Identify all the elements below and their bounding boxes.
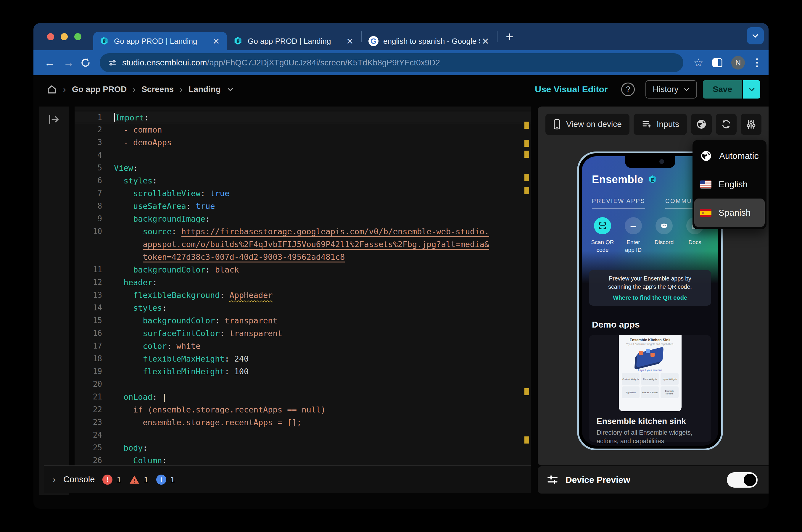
tab-close-icon[interactable]: ✕ [480, 36, 491, 46]
tab-preview-apps[interactable]: PREVIEW APPS [592, 198, 645, 209]
discord-icon[interactable] [655, 217, 673, 234]
code-row[interactable]: 16 surfaceTintColor: transparent [75, 327, 531, 340]
camera-dot [660, 159, 664, 164]
use-visual-editor-link[interactable]: Use Visual Editor [535, 84, 608, 94]
code-row[interactable]: 9 backgroundImage: [75, 212, 531, 225]
discord-action[interactable]: Discord [649, 217, 680, 253]
code-row[interactable]: 18 flexibleMaxHeight: 240 [75, 353, 531, 365]
window-controls[interactable] [34, 23, 93, 50]
scan-qr-action[interactable]: Scan QRcode [587, 217, 618, 253]
new-tab-button[interactable]: + [498, 29, 521, 44]
line-number: 17 [75, 340, 102, 353]
close-window-button[interactable] [47, 33, 54, 40]
tab-close-icon[interactable]: ✕ [344, 36, 356, 46]
code-row[interactable]: 14 styles: [75, 302, 531, 314]
code-row[interactable]: 21 onLoad: | [75, 391, 531, 403]
code-row[interactable]: 8 useSafeArea: true [75, 200, 531, 212]
url-path: /app/FhQC7J2DjXTg0UcJz84i/screen/K5TdKb8… [207, 58, 440, 67]
tab-go-app-prod-2[interactable]: Go app PROD | Landing ✕ [227, 32, 361, 50]
zoom-window-button[interactable] [74, 33, 81, 40]
expand-panel-icon[interactable] [48, 114, 60, 124]
code-row[interactable]: 4 [75, 149, 531, 162]
code-row[interactable]: 12 header: [75, 276, 531, 289]
toolbar-right: ☆ N [692, 56, 760, 70]
dropdown-item-spanish[interactable]: Spanish [694, 198, 765, 227]
dropdown-item-english[interactable]: English [694, 170, 765, 198]
code-row[interactable]: token=427d38c3-007d-40d2-9003-49562ad481… [75, 251, 531, 263]
code-row[interactable]: 20 [75, 378, 531, 391]
code-row[interactable]: 2 - common [75, 124, 531, 136]
code-row[interactable]: 26 Column: [75, 454, 531, 466]
breadcrumb-screens[interactable]: Screens [141, 84, 174, 94]
home-icon[interactable] [46, 84, 57, 95]
breadcrumb-app[interactable]: Go app PROD [72, 84, 127, 94]
code-editor[interactable]: 1Import:2 - common3 - demoApps45View:6 s… [75, 107, 531, 466]
bookmark-star-icon[interactable]: ☆ [693, 56, 704, 69]
profile-avatar[interactable]: N [731, 56, 745, 70]
ensemble-favicon [99, 36, 109, 46]
studio-app: › Go app PROD › Screens › Landing Use Vi… [34, 75, 768, 509]
tab-search-chevron-button[interactable] [747, 27, 764, 44]
chevron-down-icon [748, 86, 756, 93]
dropdown-item-automatic[interactable]: Automatic [694, 142, 765, 170]
code-row[interactable]: 15 backgroundColor: transparent [75, 314, 531, 327]
tab-go-app-prod-1[interactable]: Go app PROD | Landing ✕ [93, 32, 227, 50]
tile: Content Widgets [622, 373, 640, 385]
address-bar[interactable]: studio.ensembleui.com/app/FhQC7J2DjXTg0U… [100, 53, 683, 72]
tab-separator [497, 31, 497, 42]
code-text: View: [114, 162, 138, 174]
demo-apps-heading: Demo apps [592, 320, 640, 329]
code-row[interactable]: 3 - demoApps [75, 136, 531, 149]
line-number: 13 [75, 289, 102, 302]
console-label: Console [63, 475, 95, 484]
code-row[interactable]: 6 styles: [75, 174, 531, 187]
console-expand-icon[interactable]: › [53, 475, 56, 484]
chevron-down-icon[interactable] [227, 86, 234, 93]
code-row[interactable]: 19 flexibleMinHeight: 100 [75, 365, 531, 378]
code-row[interactable]: 1Import: [75, 111, 531, 124]
save-options-button[interactable] [743, 80, 760, 98]
qr-scan-icon[interactable] [594, 217, 611, 234]
code-row[interactable]: 25 body: [75, 441, 531, 454]
dash-icon[interactable] [625, 217, 642, 234]
code-row[interactable]: 17 color: white [75, 340, 531, 353]
demo-app-card[interactable]: Ensemble Kitchen Sink Try out Ensemble w… [589, 335, 711, 442]
code-row[interactable]: 23 ensemble.storage.recentApps = []; [75, 416, 531, 429]
code-row[interactable]: 7 scrollableView: true [75, 187, 531, 200]
code-row[interactable]: 22 if (ensemble.storage.recentApps == nu… [75, 403, 531, 416]
qr-help-link[interactable]: Where to find the QR code [613, 294, 687, 301]
forward-icon[interactable]: → [61, 57, 77, 69]
code-row[interactable]: 5View: [75, 162, 531, 174]
history-button[interactable]: History [646, 80, 696, 98]
tab-close-icon[interactable]: ✕ [211, 36, 222, 46]
code-row[interactable]: 10 source: https://firebasestorage.googl… [75, 225, 531, 238]
enter-app-id-action[interactable]: Enterapp ID [618, 217, 649, 253]
preview-settings-button[interactable] [741, 114, 761, 135]
breadcrumb-screen-name[interactable]: Landing [189, 84, 221, 94]
breadcrumb-separator: › [63, 84, 66, 94]
code-row[interactable]: 24 [75, 429, 531, 441]
reload-icon[interactable] [80, 57, 92, 69]
code-row[interactable]: 13 flexibleBackground: AppHeader [75, 289, 531, 302]
code-row[interactable]: appspot.com/o/builds%2F4qJvbIFIJ5Vou69P4… [75, 238, 531, 251]
site-settings-icon[interactable] [108, 58, 117, 67]
device-preview-toggle[interactable] [727, 472, 758, 488]
code-row[interactable]: 11 backgroundColor: black [75, 263, 531, 276]
back-icon[interactable]: ← [42, 57, 58, 69]
url-text: studio.ensembleui.com/app/FhQC7J2DjXTg0U… [122, 58, 440, 68]
help-icon[interactable]: ? [621, 82, 635, 96]
action-label: Enterapp ID [625, 239, 642, 253]
side-panel-icon[interactable] [712, 58, 722, 67]
line-number: 7 [75, 187, 102, 200]
view-on-device-button[interactable]: View on device [546, 114, 629, 135]
save-button[interactable]: Save [703, 80, 742, 98]
tab-google-search[interactable]: G english to spanish - Google S ✕ [363, 32, 496, 50]
inputs-button[interactable]: Inputs [634, 114, 687, 135]
inputs-icon [641, 119, 651, 129]
browser-menu-icon[interactable] [754, 58, 760, 67]
minimize-window-button[interactable] [61, 33, 68, 40]
language-button[interactable] [691, 114, 712, 135]
console-bar[interactable]: › Console ! 1 ! 1 i 1 [44, 466, 531, 493]
line-number: 1 [75, 111, 102, 123]
refresh-button[interactable] [716, 114, 737, 135]
